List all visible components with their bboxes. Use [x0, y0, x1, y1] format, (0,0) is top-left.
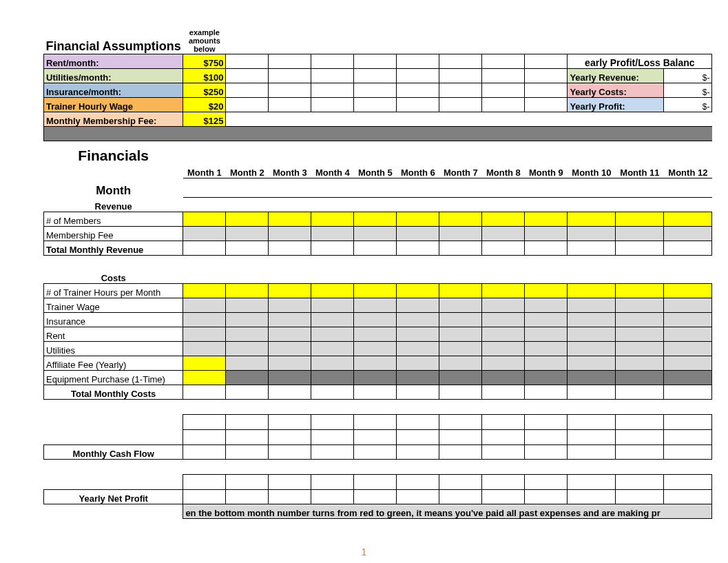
row-memfee: Membership Fee: [44, 227, 183, 241]
plbox-title: early Profit/Loss Balanc: [568, 54, 712, 68]
pl-profit-val: $-: [664, 97, 712, 112]
col-month-8: Month 8: [482, 164, 525, 178]
financials-title: Financials: [44, 141, 183, 164]
rent-value[interactable]: $750: [183, 54, 226, 68]
memfee-label: Monthly Membership Fee:: [44, 112, 183, 126]
row-twage: Trainer Wage: [44, 298, 183, 313]
ins-label: Insurance/month:: [44, 83, 183, 97]
pl-profit-label: Yearly Profit:: [568, 97, 664, 112]
col-month-1: Month 1: [183, 164, 226, 178]
util-label: Utilities/month:: [44, 68, 183, 83]
col-month-11: Month 11: [616, 164, 664, 178]
col-month-6: Month 6: [397, 164, 439, 178]
col-month-4: Month 4: [311, 164, 354, 178]
row-rent: Rent: [44, 327, 183, 342]
example-note: example amounts below: [183, 21, 226, 54]
pl-cost-label: Yearly Costs:: [568, 83, 664, 97]
wage-value[interactable]: $20: [183, 97, 226, 112]
row-util: Utilities: [44, 342, 183, 356]
row-netprofit: Yearly Net Profit: [44, 490, 183, 504]
memfee-value[interactable]: $125: [183, 112, 226, 126]
row-equip: Equipment Purchase (1-Time): [44, 371, 183, 385]
financials-sub: Month: [44, 178, 183, 198]
section-revenue: Revenue: [44, 198, 183, 212]
spreadsheet: Financial Assumptions example amounts be…: [43, 21, 718, 519]
row-aff: Affiliate Fee (Yearly): [44, 356, 183, 371]
row-totrev: Total Monthly Revenue: [44, 241, 183, 256]
assumptions-title: Financial Assumptions: [44, 21, 183, 54]
row-thours: # of Trainer Hours per Month: [44, 284, 183, 298]
row-cashflow: Monthly Cash Flow: [44, 445, 183, 460]
pl-rev-val: $-: [664, 68, 712, 83]
pl-rev-label: Yearly Revenue:: [568, 68, 664, 83]
col-month-9: Month 9: [525, 164, 568, 178]
col-month-12: Month 12: [664, 164, 712, 178]
wage-label: Trainer Hourly Wage: [44, 97, 183, 112]
pl-cost-val: $-: [664, 83, 712, 97]
col-month-5: Month 5: [354, 164, 397, 178]
rent-label: Rent/month:: [44, 54, 183, 68]
section-costs: Costs: [44, 269, 183, 284]
divider-bar: [44, 126, 712, 141]
page-number: 1: [0, 546, 728, 557]
col-month-10: Month 10: [568, 164, 616, 178]
col-month-3: Month 3: [269, 164, 311, 178]
col-month-7: Month 7: [439, 164, 482, 178]
main-table: Financial Assumptions example amounts be…: [43, 21, 712, 519]
util-value[interactable]: $100: [183, 68, 226, 83]
col-month-2: Month 2: [226, 164, 269, 178]
row-ins: Insurance: [44, 313, 183, 327]
row-members: # of Members: [44, 212, 183, 227]
footnote: en the bottom month number turns from re…: [183, 504, 712, 519]
ins-value[interactable]: $250: [183, 83, 226, 97]
row-totcost: Total Monthly Costs: [44, 385, 183, 400]
